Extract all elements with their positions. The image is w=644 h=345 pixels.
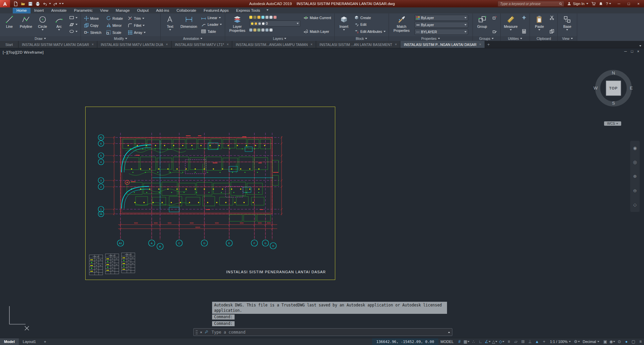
fillet-button[interactable]: Fillet <box>127 22 146 28</box>
cut-button[interactable] <box>549 14 555 21</box>
layer-tool-3-icon[interactable] <box>257 28 260 32</box>
ortho-toggle[interactable]: ∟ <box>477 338 484 345</box>
layer-on-icon[interactable] <box>249 16 252 19</box>
create-block-button[interactable]: Create <box>353 14 386 21</box>
text-button[interactable]: Text <box>163 14 177 31</box>
object-snap-toggle[interactable]: ◇ <box>498 338 505 345</box>
steering-wheel-icon[interactable]: ◉ <box>633 146 637 151</box>
paste-button[interactable]: Paste <box>532 14 546 31</box>
object-color-dropdown[interactable]: ByLayer <box>414 15 468 21</box>
file-tab-overflow-caret-icon[interactable] <box>639 44 641 48</box>
open-file-button[interactable] <box>19 1 26 7</box>
drawing-close-button[interactable]: × <box>637 49 639 53</box>
trim-button[interactable]: Trim <box>127 15 146 21</box>
lock-ui-button[interactable]: ◉ <box>609 338 616 345</box>
group-button[interactable]: Group <box>475 14 489 29</box>
line-button[interactable]: Line <box>2 14 16 29</box>
leader-button[interactable]: Leader <box>200 21 222 28</box>
close-tab-icon[interactable]: × <box>166 43 168 46</box>
viewcube-east-label[interactable]: E <box>630 85 633 91</box>
ribbon-tab-express-tools[interactable]: Express Tools <box>233 8 264 13</box>
linetype-dropdown[interactable]: BYLAYER <box>414 29 468 35</box>
notification-bell-icon[interactable] <box>599 2 603 6</box>
table-button[interactable]: Table <box>200 28 222 35</box>
drawing-restore-button[interactable]: □ <box>631 49 633 53</box>
undo-caret-icon[interactable] <box>49 3 51 4</box>
layer-tool-2-icon[interactable] <box>253 28 256 32</box>
ribbon-tab-collaborate[interactable]: Collaborate <box>173 8 200 13</box>
autocad-logo[interactable]: A <box>0 0 10 7</box>
array-button[interactable]: Array <box>127 29 146 36</box>
new-drawing-tab-button[interactable]: + <box>485 41 492 48</box>
viewcube-west-label[interactable]: W <box>594 85 598 91</box>
ribbon-tab-annotate[interactable]: Annotate <box>47 8 70 13</box>
space-toggle[interactable]: MODEL <box>438 340 456 344</box>
search-icon[interactable] <box>559 2 562 6</box>
layer-dropdown[interactable]: 0 <box>249 20 300 26</box>
annotation-scale-button[interactable]: 1:1 / 100% <box>548 340 574 344</box>
wcs-menu[interactable]: WCS <box>604 121 621 126</box>
insert-block-button[interactable]: Insert <box>337 14 351 31</box>
ellipse-tool-button[interactable] <box>68 28 78 35</box>
panel-label-modify[interactable]: Modify <box>81 36 160 41</box>
make-current-button[interactable]: Make Current <box>303 14 332 21</box>
dimension-button[interactable]: Dimension <box>180 14 198 29</box>
viewcube[interactable]: N W E S TOP <box>591 67 636 111</box>
panel-label-properties[interactable]: Properties <box>389 36 473 41</box>
command-close-icon[interactable]: × <box>200 330 202 334</box>
clean-screen-button[interactable]: ▢ <box>630 338 637 345</box>
plot-button[interactable] <box>34 1 41 7</box>
id-point-button[interactable] <box>521 14 527 21</box>
annotation-visibility-toggle[interactable]: ▲ <box>534 338 541 345</box>
viewcube-top-label[interactable]: TOP <box>609 86 617 90</box>
layout1-tab[interactable]: Layout1 <box>19 338 40 345</box>
close-tab-icon[interactable]: × <box>227 43 229 46</box>
command-grip-icon[interactable] <box>196 330 198 335</box>
ribbon-tab-manage[interactable]: Manage <box>112 8 134 13</box>
workspace-switch-button[interactable]: ⚙ <box>573 338 580 345</box>
graphics-performance-button[interactable]: ● <box>623 338 630 345</box>
layer-plot-icon[interactable] <box>269 16 273 19</box>
panel-label-groups[interactable]: Groups <box>473 36 500 41</box>
ribbon-tab-featured-apps[interactable]: Featured Apps <box>200 8 233 13</box>
command-input[interactable] <box>211 330 446 335</box>
edit-attributes-button[interactable]: Edit Attributes <box>353 28 386 35</box>
undo-button[interactable] <box>42 1 48 7</box>
new-file-button[interactable] <box>12 1 19 7</box>
move-button[interactable]: Move <box>83 15 102 21</box>
file-tab-lampu-taman[interactable]: INSTALASI SISTIM...ANGAN LAMPU TAMAN× <box>232 41 316 48</box>
sign-in-button[interactable]: Sign In <box>567 2 588 6</box>
layer-off-icon[interactable] <box>253 16 256 19</box>
layer-tool-6-icon[interactable] <box>269 28 273 32</box>
floor-plan-drawing[interactable]: 6000 6000 6000 6000 6000 6000 6000 6000 … <box>85 107 335 280</box>
file-tab-penerangan-lantai-dasar[interactable]: INSTALASI SISTIM P...NGAN LANTAI DASAR× <box>400 41 485 48</box>
lineweight-dropdown[interactable]: ByLayer <box>414 22 468 28</box>
mirror-button[interactable]: Mirror <box>105 22 123 28</box>
polar-tracking-toggle[interactable]: ∠ <box>484 338 491 345</box>
close-tab-icon[interactable]: × <box>92 43 94 46</box>
file-tab-matv-lantai-dasar[interactable]: INSTALASI SISTIM MATV LANTAI DASAR× <box>18 41 97 48</box>
dynamic-ucs-toggle[interactable]: ⊥ <box>527 338 534 345</box>
match-layer-button[interactable]: Match Layer <box>303 28 332 35</box>
coordinates-readout[interactable]: 136642.96, -15452.09, 0.00 <box>372 338 438 345</box>
quick-calc-button[interactable] <box>521 28 527 35</box>
layer-thaw-icon[interactable] <box>257 16 260 19</box>
infer-constraints-toggle[interactable]: ∴ <box>470 338 477 345</box>
scale-button[interactable]: Scale <box>105 29 123 36</box>
panel-label-annotation[interactable]: Annotation <box>161 36 225 41</box>
grid-toggle[interactable]: # <box>456 338 463 345</box>
layer-tool-4-icon[interactable] <box>261 28 264 32</box>
qat-customize-caret-icon[interactable] <box>62 3 64 4</box>
file-tab-lantai-basement[interactable]: INSTALASI SISTIM ...AN LANTAI BASEMENT× <box>316 41 401 48</box>
panel-label-layers[interactable]: Layers <box>225 36 334 41</box>
layer-properties-button[interactable]: Layer Properties <box>228 14 247 33</box>
ribbon-tab-output[interactable]: Output <box>133 8 152 13</box>
pan-icon[interactable]: ◎ <box>633 160 637 165</box>
file-tab-matv-lt1[interactable]: INSTALASI SISTIM MATV LT1*× <box>171 41 232 48</box>
group-edit-button[interactable] <box>492 28 498 35</box>
minimize-button[interactable]: ─ <box>614 0 624 7</box>
rotate-button[interactable]: Rotate <box>105 15 123 21</box>
ungroup-button[interactable] <box>492 14 498 21</box>
measure-button[interactable]: Measure <box>503 14 519 31</box>
redo-caret-icon[interactable] <box>59 3 61 4</box>
